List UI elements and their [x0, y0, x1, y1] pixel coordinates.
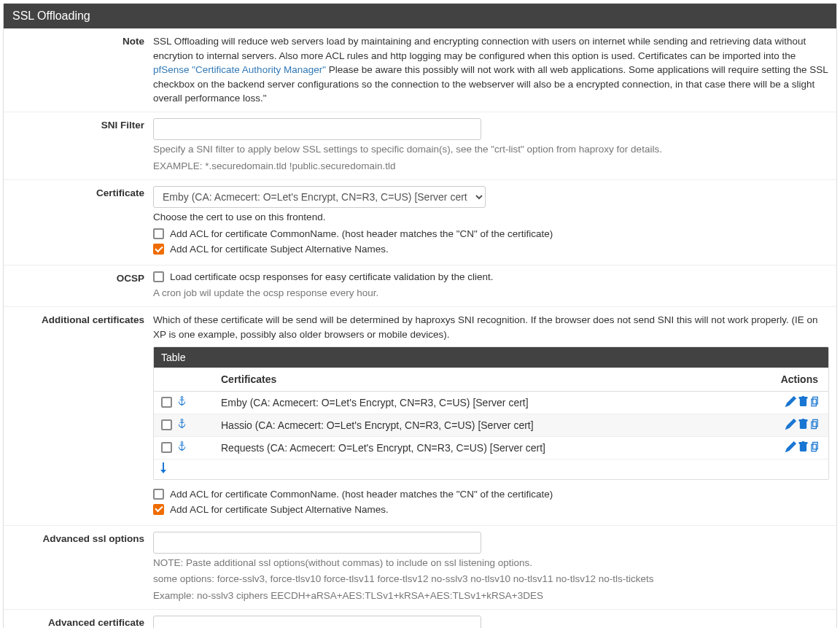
addcerts-add-row[interactable] [154, 460, 828, 479]
row-select-checkbox[interactable] [161, 442, 172, 453]
trash-icon[interactable] [798, 396, 809, 409]
table-row: Requests (CA: Acmecert: O=Let's Encrypt,… [154, 436, 828, 459]
row-note: Note SSL Offloading will reduce web serv… [4, 28, 836, 112]
col-actions: Actions [748, 368, 828, 392]
note-pre: SSL Offloading will reduce web servers l… [153, 36, 806, 61]
addcerts-table-title: Table [154, 347, 828, 368]
addcerts-acl-cn-label: Add ACL for certificate CommonName. (hos… [170, 489, 553, 500]
ocsp-help: A cron job wil update the ocsp response … [153, 287, 829, 301]
row-sni-filter: SNI Filter Specify a SNI filter to apply… [4, 112, 836, 180]
edit-icon[interactable] [785, 419, 796, 432]
row-select-checkbox[interactable] [161, 397, 172, 408]
ssl-offloading-panel: SSL Offloading Note SSL Offloading will … [3, 3, 837, 628]
cert-acl-san-checkbox[interactable] [153, 244, 164, 255]
sni-help1: Specify a SNI filter to apply below SSL … [153, 143, 829, 157]
row-adv-cert-ssl: Advanced certificate specific ssl option… [4, 610, 836, 628]
cert-acl-cn-label: Add ACL for certificate CommonName. (hos… [170, 228, 553, 239]
label-ocsp: OCSP [11, 271, 153, 301]
edit-icon[interactable] [785, 441, 796, 454]
col-certificates: Certificates [214, 368, 748, 392]
table-row: Hassio (CA: Acmecert: O=Let's Encrypt, C… [154, 414, 828, 436]
label-note: Note [11, 34, 153, 106]
label-additional-certs: Additional certificates [11, 313, 153, 519]
copy-icon[interactable] [810, 419, 821, 432]
col-blank [154, 368, 214, 392]
cert-manager-link[interactable]: pfSense "Certificate Authority Manager" [153, 64, 326, 75]
row-adv-ssl: Advanced ssl options NOTE: Paste additio… [4, 526, 836, 610]
certificate-select[interactable]: Emby (CA: Acmecert: O=Let's Encrypt, CN=… [153, 186, 486, 208]
copy-icon[interactable] [810, 396, 821, 409]
ocsp-checkbox[interactable] [153, 271, 164, 282]
addcerts-acl-cn-checkbox[interactable] [153, 489, 164, 500]
arrow-down-icon [158, 462, 168, 474]
table-row: Emby (CA: Acmecert: O=Let's Encrypt, CN=… [154, 391, 828, 414]
addcerts-acl-san-checkbox[interactable] [153, 504, 164, 515]
adv-cert-ssl-input[interactable] [153, 616, 481, 628]
trash-icon[interactable] [798, 441, 809, 454]
note-content: SSL Offloading will reduce web servers l… [153, 34, 829, 106]
adv-ssl-input[interactable] [153, 532, 481, 554]
cert-name-cell: Requests (CA: Acmecert: O=Let's Encrypt,… [214, 436, 748, 459]
addcerts-acl-san-label: Add ACL for certificate Subject Alternat… [170, 504, 389, 515]
row-certificate: Certificate Emby (CA: Acmecert: O=Let's … [4, 180, 836, 266]
edit-icon[interactable] [785, 396, 796, 409]
cert-name-cell: Hassio (CA: Acmecert: O=Let's Encrypt, C… [214, 414, 748, 436]
copy-icon[interactable] [810, 441, 821, 454]
panel-title: SSL Offloading [4, 4, 836, 28]
label-certificate: Certificate [11, 186, 153, 260]
row-additional-certs: Additional certificates Which of these c… [4, 307, 836, 525]
anchor-icon[interactable] [176, 419, 187, 432]
label-adv-ssl: Advanced ssl options [11, 532, 153, 604]
cert-acl-san-label: Add ACL for certificate Subject Alternat… [170, 244, 389, 255]
ocsp-cb-label: Load certificate ocsp responses for easy… [170, 271, 493, 282]
addcerts-table-wrapper: Table Certificates Actions Emby (CA: Acm… [153, 346, 829, 480]
row-ocsp: OCSP Load certificate ocsp responses for… [4, 265, 836, 307]
adv-ssl-help3: Example: no-sslv3 ciphers EECDH+aRSA+AES… [153, 589, 829, 603]
addcerts-intro: Which of these certificate will be send … [153, 313, 829, 341]
anchor-icon[interactable] [176, 396, 187, 409]
cert-name-cell: Emby (CA: Acmecert: O=Let's Encrypt, CN=… [214, 391, 748, 414]
sni-filter-input[interactable] [153, 118, 481, 140]
addcerts-table: Certificates Actions Emby (CA: Acmecert:… [154, 368, 828, 460]
cert-acl-cn-checkbox[interactable] [153, 228, 164, 239]
adv-ssl-help2: some options: force-sslv3, force-tlsv10 … [153, 573, 829, 586]
label-adv-cert-ssl: Advanced certificate specific ssl option… [11, 616, 153, 628]
trash-icon[interactable] [798, 419, 809, 432]
sni-help2: EXAMPLE: *.securedomain.tld !public.secu… [153, 160, 829, 174]
adv-ssl-help1: NOTE: Paste additional ssl options(witho… [153, 557, 829, 570]
label-sni-filter: SNI Filter [11, 118, 153, 174]
cert-help: Choose the cert to use on this frontend. [153, 211, 829, 225]
anchor-icon[interactable] [176, 441, 187, 454]
row-select-checkbox[interactable] [161, 419, 172, 430]
